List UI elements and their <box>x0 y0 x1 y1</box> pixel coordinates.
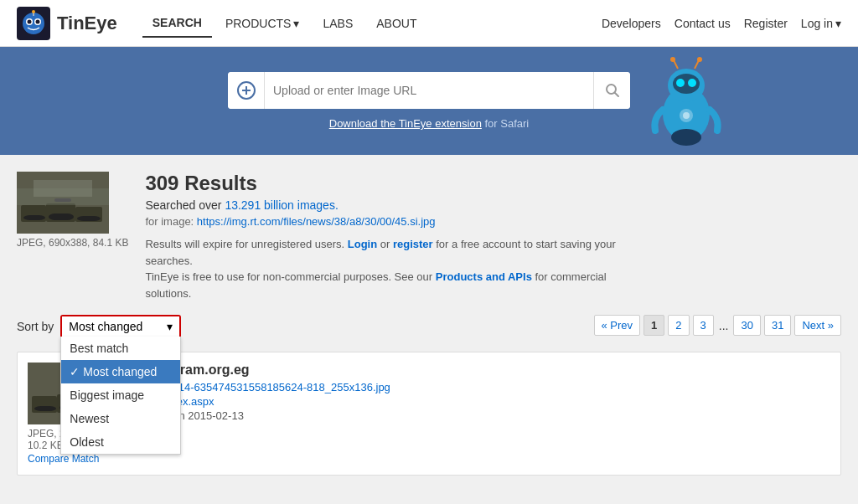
page-2-button[interactable]: 2 <box>668 315 689 336</box>
extension-link[interactable]: Download the TinEye extension <box>329 117 482 130</box>
svg-point-24 <box>683 112 690 119</box>
best-match-label: Best match <box>70 342 128 355</box>
most-changed-label: Most changed <box>83 365 157 378</box>
hero-section: Download the TinEye extension for Safari <box>0 47 858 155</box>
page-30-button[interactable]: 30 <box>733 315 760 336</box>
next-page-button[interactable]: Next » <box>794 315 841 336</box>
svg-point-21 <box>697 57 702 62</box>
sort-dropdown-menu: Best match ✓ Most changed Biggest image … <box>60 337 181 455</box>
header: TinEye SEARCH PRODUCTS ▾ LABS ABOUT Deve… <box>0 0 858 47</box>
nav-products[interactable]: PRODUCTS ▾ <box>215 10 310 37</box>
search-bar <box>228 72 630 109</box>
results-title: 309 Results <box>145 172 648 195</box>
sort-option-oldest[interactable]: Oldest <box>61 430 180 454</box>
developers-link[interactable]: Developers <box>602 17 661 30</box>
compare-match-link[interactable]: Compare Match <box>28 453 99 465</box>
svg-rect-30 <box>49 213 74 220</box>
results-subtitle: Searched over 13.291 billion images. <box>145 198 648 212</box>
header-right: Developers Contact us Register Log in ▾ <box>602 17 841 30</box>
image-url-link[interactable]: https://img.rt.com/files/news/38/a8/30/0… <box>197 215 436 228</box>
sort-label: Sort by <box>17 320 54 333</box>
main-nav: SEARCH PRODUCTS ▾ LABS ABOUT <box>142 9 602 38</box>
page-3-button[interactable]: 3 <box>693 315 714 336</box>
svg-rect-34 <box>54 198 71 202</box>
sort-option-most-changed[interactable]: ✓ Most changed <box>61 360 180 383</box>
prev-page-button[interactable]: « Prev <box>594 315 641 336</box>
svg-point-22 <box>671 129 701 146</box>
login-link[interactable]: Log in ▾ <box>801 17 841 30</box>
image-url-row: for image: https://img.rt.com/files/news… <box>145 215 648 228</box>
svg-point-4 <box>28 19 32 23</box>
sort-current-value: Most changed <box>69 320 142 333</box>
upload-button[interactable] <box>228 72 265 109</box>
search-button[interactable] <box>593 72 630 109</box>
sort-select-button[interactable]: Most changed ▾ <box>62 316 179 337</box>
sort-dropdown-wrapper: Most changed ▾ Best match ✓ Most changed… <box>60 315 181 338</box>
page-1-button[interactable]: 1 <box>644 315 664 336</box>
results-notice: Results will expire for unregistered use… <box>145 236 648 301</box>
query-image-meta: JPEG, 690x388, 84.1 KB <box>17 237 128 249</box>
nav-search[interactable]: SEARCH <box>142 9 212 38</box>
query-image <box>17 172 109 234</box>
robot-svg <box>649 55 724 147</box>
pagination: « Prev 1 2 3 ... 30 31 Next » <box>594 315 841 336</box>
search-input[interactable] <box>265 84 593 97</box>
newest-label: Newest <box>70 412 109 425</box>
extension-text: Download the TinEye extension for Safari <box>329 117 529 130</box>
page-31-button[interactable]: 31 <box>764 315 791 336</box>
results-header: JPEG, 690x388, 84.1 KB 309 Results Searc… <box>17 172 841 301</box>
svg-rect-29 <box>23 215 45 220</box>
svg-line-12 <box>614 93 618 97</box>
register-notice-link[interactable]: register <box>393 238 433 250</box>
svg-rect-31 <box>77 216 101 221</box>
tineye-logo-icon <box>17 7 50 40</box>
nav-about[interactable]: ABOUT <box>366 10 426 37</box>
page-dots: ... <box>717 316 731 336</box>
login-arrow-icon: ▾ <box>835 17 841 30</box>
svg-point-5 <box>36 19 40 23</box>
search-icon <box>605 83 620 98</box>
results-container: JPEG, 690x388, 84.1 KB 309 Results Searc… <box>0 155 858 492</box>
billion-images-link[interactable]: 13.291 billion images. <box>225 198 338 212</box>
oldest-label: Oldest <box>70 435 103 449</box>
sort-pagination-row: Sort by Most changed ▾ Best match ✓ Most… <box>17 315 841 338</box>
svg-point-17 <box>688 79 696 87</box>
logo[interactable]: TinEye <box>17 7 117 40</box>
upload-icon <box>236 80 256 100</box>
svg-line-18 <box>674 60 678 69</box>
products-arrow-icon: ▾ <box>293 17 299 30</box>
robot-mascot <box>649 55 724 139</box>
logo-text: TinEye <box>57 13 117 34</box>
products-apis-link[interactable]: Products and APIs <box>436 270 532 283</box>
svg-point-7 <box>32 10 35 13</box>
biggest-image-label: Biggest image <box>70 388 144 402</box>
sort-area: Sort by Most changed ▾ Best match ✓ Most… <box>17 315 181 338</box>
svg-line-20 <box>695 60 699 69</box>
search-area: Download the TinEye extension for Safari <box>228 72 630 130</box>
svg-rect-39 <box>34 406 56 411</box>
svg-point-19 <box>670 57 675 62</box>
nav-labs[interactable]: LABS <box>313 10 363 37</box>
results-info: 309 Results Searched over 13.291 billion… <box>145 172 648 301</box>
svg-point-16 <box>676 79 685 87</box>
svg-rect-33 <box>34 180 92 197</box>
query-image-area: JPEG, 690x388, 84.1 KB <box>17 172 128 301</box>
sort-option-biggest-image[interactable]: Biggest image <box>61 383 180 407</box>
login-notice-link[interactable]: Login <box>348 238 377 250</box>
sort-arrow-icon: ▾ <box>167 320 173 333</box>
sort-option-newest[interactable]: Newest <box>61 407 180 430</box>
register-link[interactable]: Register <box>744 17 788 30</box>
contact-link[interactable]: Contact us <box>675 17 731 30</box>
check-icon: ✓ <box>70 365 80 378</box>
sort-option-best-match[interactable]: Best match <box>61 337 180 360</box>
result-image-link[interactable]: 2014-635474531558185624-818_255x136.jpg <box>166 381 390 393</box>
